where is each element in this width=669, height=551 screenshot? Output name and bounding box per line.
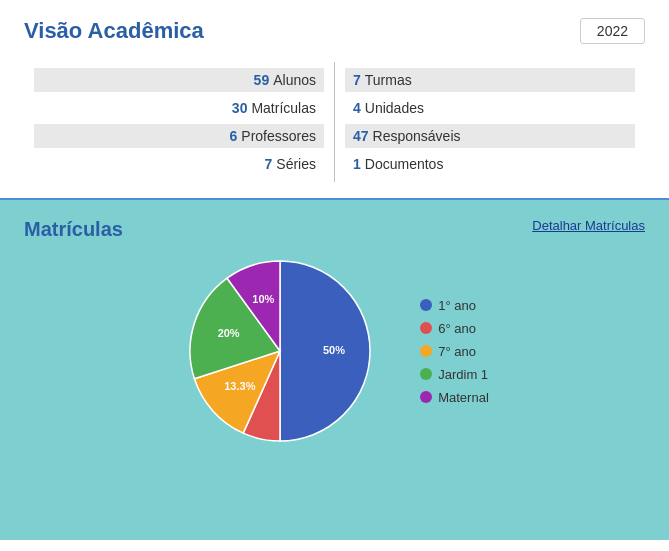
legend-item: Maternal — [420, 390, 489, 405]
legend-label: 1° ano — [438, 298, 476, 313]
stat-row: 1 Documentos — [345, 152, 635, 176]
top-header: Visão Acadêmica 2022 — [24, 18, 645, 44]
stat-number: 4 — [353, 100, 361, 116]
svg-text:13.3%: 13.3% — [224, 380, 255, 392]
stat-number: 59 — [254, 72, 270, 88]
stat-row: 59 Alunos — [34, 68, 324, 92]
stats-left-col: 59 Alunos30 Matrículas6 Professores7 Sér… — [24, 62, 334, 182]
legend-label: Maternal — [438, 390, 489, 405]
stat-number: 30 — [232, 100, 248, 116]
legend-dot — [420, 345, 432, 357]
legend-label: Jardim 1 — [438, 367, 488, 382]
legend-dot — [420, 299, 432, 311]
stats-right-col: 7 Turmas4 Unidades47 Responsáveis1 Docum… — [335, 62, 645, 182]
legend-dot — [420, 322, 432, 334]
svg-text:20%: 20% — [218, 327, 240, 339]
detalhar-link[interactable]: Detalhar Matrículas — [532, 218, 645, 233]
chart-area: 50%13.3%20%10% 1° ano6° ano7° anoJardim … — [24, 251, 645, 451]
stat-label: Alunos — [273, 72, 316, 88]
legend-dot — [420, 368, 432, 380]
legend-label: 7° ano — [438, 344, 476, 359]
year-badge[interactable]: 2022 — [580, 18, 645, 44]
stat-label: Turmas — [365, 72, 412, 88]
stat-number: 1 — [353, 156, 361, 172]
page-title: Visão Acadêmica — [24, 18, 204, 44]
chart-legend: 1° ano6° ano7° anoJardim 1Maternal — [420, 298, 489, 405]
stat-number: 6 — [230, 128, 238, 144]
top-section: Visão Acadêmica 2022 59 Alunos30 Matrícu… — [0, 0, 669, 200]
legend-item: 6° ano — [420, 321, 489, 336]
svg-text:10%: 10% — [253, 293, 275, 305]
legend-dot — [420, 391, 432, 403]
stat-label: Documentos — [365, 156, 444, 172]
pie-chart: 50%13.3%20%10% — [180, 251, 380, 451]
legend-item: 7° ano — [420, 344, 489, 359]
stat-row: 7 Turmas — [345, 68, 635, 92]
stat-row: 6 Professores — [34, 124, 324, 148]
stat-label: Professores — [241, 128, 316, 144]
stat-row: 47 Responsáveis — [345, 124, 635, 148]
svg-text:50%: 50% — [323, 344, 345, 356]
stat-number: 7 — [265, 156, 273, 172]
stat-row: 30 Matrículas — [34, 96, 324, 120]
legend-item: Jardim 1 — [420, 367, 489, 382]
stat-label: Matrículas — [251, 100, 316, 116]
bottom-section: Matrículas Detalhar Matrículas 50%13.3%2… — [0, 200, 669, 540]
stat-row: 4 Unidades — [345, 96, 635, 120]
legend-item: 1° ano — [420, 298, 489, 313]
stat-label: Séries — [276, 156, 316, 172]
stat-label: Unidades — [365, 100, 424, 116]
legend-label: 6° ano — [438, 321, 476, 336]
stat-label: Responsáveis — [373, 128, 461, 144]
stat-number: 47 — [353, 128, 369, 144]
stats-grid: 59 Alunos30 Matrículas6 Professores7 Sér… — [24, 62, 645, 182]
stat-row: 7 Séries — [34, 152, 324, 176]
stat-number: 7 — [353, 72, 361, 88]
